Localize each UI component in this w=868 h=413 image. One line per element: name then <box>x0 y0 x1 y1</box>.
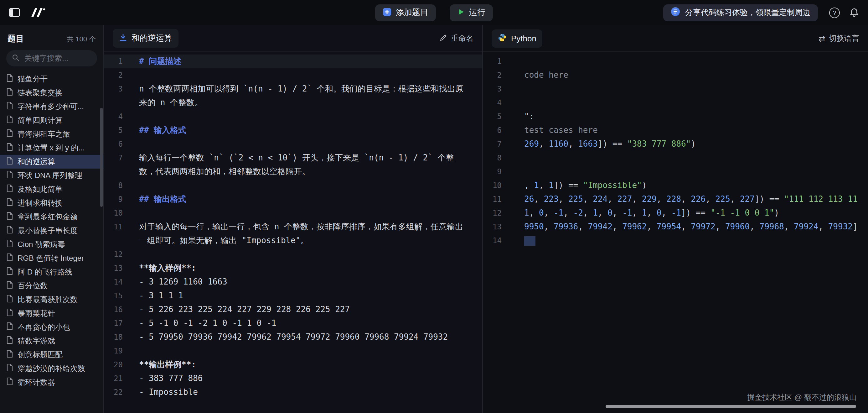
problem-item-label: 拿到最多红包金额 <box>18 211 78 222</box>
doc-line-text <box>131 179 482 193</box>
problem-list-item[interactable]: 青海湖租车之旅 <box>0 127 103 141</box>
line-number: 7 <box>104 151 131 179</box>
problem-list-item[interactable]: 环状 DNA 序列整理 <box>0 169 103 182</box>
document-icon <box>6 198 13 208</box>
line-number: 12 <box>483 206 510 220</box>
switch-language-label: 切换语言 <box>829 33 859 43</box>
problem-item-label: 及格如此简单 <box>18 184 63 195</box>
problem-list-item[interactable]: 链表聚集交换 <box>0 86 103 100</box>
document-icon <box>6 184 13 194</box>
editor-horizontal-scrollbar[interactable] <box>606 405 856 408</box>
promo-banner[interactable]: 分享代码练习体验，领限量定制周边 <box>663 4 818 21</box>
doc-line-text <box>131 137 482 151</box>
document-icon <box>6 101 13 112</box>
run-label: 运行 <box>469 7 485 18</box>
line-number: 4 <box>483 96 510 110</box>
add-problem-button[interactable]: 添加题目 <box>375 4 436 21</box>
problem-list-item[interactable]: 循环计数器 <box>0 375 103 389</box>
line-number: 6 <box>104 137 131 151</box>
code-line-text <box>510 151 868 165</box>
code-line: 4 <box>483 96 868 110</box>
line-number: 22 <box>104 385 131 399</box>
problem-list-item[interactable]: 不再贪心的小包 <box>0 320 103 334</box>
language-pill[interactable]: Python <box>492 29 542 47</box>
logo <box>29 7 48 18</box>
problem-list-item[interactable]: 和的逆运算 <box>0 155 103 169</box>
problem-item-label: 阿 D 的飞行路线 <box>18 267 72 277</box>
sidebar: 题目 共 100 个 猫鱼分干 链表聚集交换 字符串有多少种可... <box>0 25 104 413</box>
run-button[interactable]: 运行 <box>450 4 493 21</box>
problem-list: 猫鱼分干 链表聚集交换 字符串有多少种可... 简单四则计算 青海湖租车之旅 计… <box>0 72 103 413</box>
problem-list-item[interactable]: 字符串有多少种可... <box>0 100 103 113</box>
code-line-text: test cases here <box>510 123 868 137</box>
problem-list-item[interactable]: 进制求和转换 <box>0 196 103 210</box>
problem-list-item[interactable]: 暴雨梨花针 <box>0 306 103 320</box>
search-box[interactable] <box>6 50 97 66</box>
problem-item-label: 暴雨梨花针 <box>18 308 55 319</box>
problem-item-label: 进制求和转换 <box>18 198 63 208</box>
problem-list-item[interactable]: 拿到最多红包金额 <box>0 210 103 224</box>
problem-list-item[interactable]: 简单四则计算 <box>0 113 103 127</box>
code-line-text <box>510 96 868 110</box>
doc-line-text: **输出样例**: <box>131 358 482 372</box>
document-icon <box>6 336 13 346</box>
doc-line: 18 - 5 79950 79936 79942 79962 79954 799… <box>104 330 482 344</box>
pencil-icon <box>440 33 447 43</box>
code-line: 8 <box>483 151 868 165</box>
line-number: 5 <box>483 110 510 123</box>
add-icon <box>383 7 392 18</box>
line-number: 5 <box>104 123 131 137</box>
problem-list-item[interactable]: 最小替换子串长度 <box>0 224 103 238</box>
problem-list-item[interactable]: RGB 色值转 Integer <box>0 251 103 265</box>
search-input[interactable] <box>23 53 91 63</box>
problem-list-item[interactable]: 及格如此简单 <box>0 182 103 196</box>
line-number: 7 <box>483 137 510 151</box>
line-number: 13 <box>104 261 131 275</box>
document-icon <box>6 143 13 153</box>
code-lines[interactable]: 1 2 code here 3 4 5 ": 6 test cases here… <box>483 52 868 413</box>
line-number: 3 <box>483 82 510 96</box>
line-number: 19 <box>104 344 131 358</box>
editor-cursor <box>524 236 535 246</box>
problem-list-item[interactable]: Cion 勒索病毒 <box>0 238 103 251</box>
code-line: 10 , 1, 1]) == "Impossible") <box>483 179 868 193</box>
line-number: 1 <box>104 55 131 68</box>
document-icon <box>6 350 13 360</box>
document-icon <box>6 281 13 291</box>
doc-line: 20 **输出样例**: <box>104 358 482 372</box>
switch-language-button[interactable]: ⇄ 切换语言 <box>818 33 859 43</box>
doc-line: 21 - 383 777 886 <box>104 372 482 385</box>
sidebar-toggle-icon[interactable] <box>9 7 20 18</box>
document-icon <box>6 363 13 374</box>
problem-list-item[interactable]: 穿越沙漠的补给次数 <box>0 362 103 375</box>
problem-list-item[interactable]: 计算位置 x 到 y 的... <box>0 141 103 155</box>
doc-line-text: - 5 226 223 225 224 227 229 228 226 225 … <box>131 303 482 317</box>
help-icon[interactable]: ? <box>829 7 840 18</box>
code-line: 11 26, 223, 225, 224, 227, 229, 228, 226… <box>483 193 868 206</box>
code-line-text: , 1, 1]) == "Impossible") <box>510 179 868 193</box>
topbar: 添加题目 运行 分享代码练习体验，领限量定制周边 ? <box>0 0 868 25</box>
line-number: 10 <box>104 206 131 220</box>
doc-line-text <box>131 206 482 220</box>
problem-list-item[interactable]: 猜数字游戏 <box>0 334 103 348</box>
rename-button[interactable]: 重命名 <box>440 33 473 43</box>
notification-bell-icon[interactable] <box>849 7 859 18</box>
line-number: 16 <box>104 303 131 317</box>
problem-doc[interactable]: 1 # 问题描述 2 3 n 个整数两两相加可以得到 `n(n - 1) / 2… <box>104 52 482 413</box>
doc-line-text: - 5 -1 0 -1 -2 1 0 -1 1 0 -1 <box>131 317 482 330</box>
sidebar-scrollbar[interactable] <box>100 108 103 207</box>
code-line-text: code here <box>510 68 868 82</box>
problem-list-item[interactable]: 创意标题匹配 <box>0 348 103 362</box>
problem-list-item[interactable]: 比赛最高获胜次数 <box>0 293 103 306</box>
doc-line: 14 - 3 1269 1160 1663 <box>104 275 482 289</box>
line-number: 15 <box>104 289 131 303</box>
line-number: 14 <box>104 275 131 289</box>
problem-list-item[interactable]: 百分位数 <box>0 279 103 293</box>
doc-line: 10 <box>104 206 482 220</box>
problem-list-item[interactable]: 阿 D 的飞行路线 <box>0 265 103 279</box>
problem-item-label: 计算位置 x 到 y 的... <box>18 143 85 153</box>
document-icon <box>6 295 13 304</box>
line-number: 8 <box>104 179 131 193</box>
problem-list-item[interactable]: 猫鱼分干 <box>0 72 103 86</box>
doc-line: 8 <box>104 179 482 193</box>
